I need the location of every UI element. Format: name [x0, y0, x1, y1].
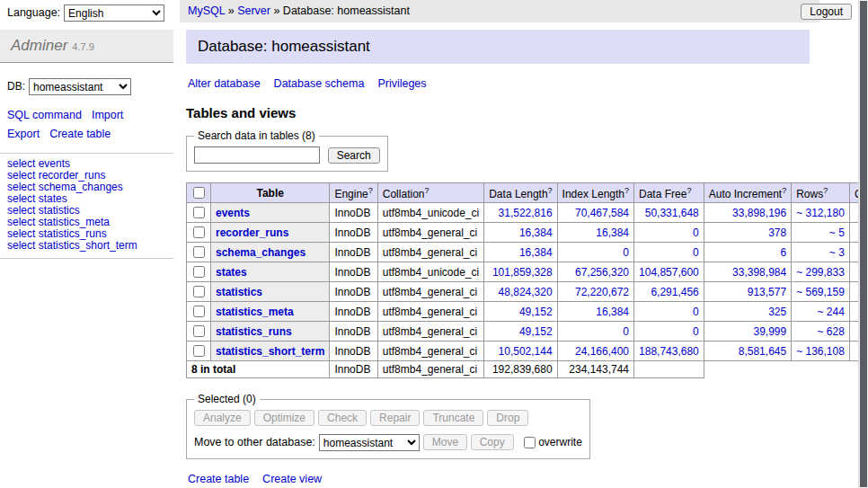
data-free-cell: 0 [634, 322, 704, 342]
row-checkbox[interactable] [193, 207, 205, 218]
sidebar-action-link[interactable]: Import [92, 109, 123, 121]
language-select[interactable]: English [64, 4, 164, 22]
auto-increment-link[interactable]: 33,398,984 [732, 266, 786, 279]
data-length-link[interactable]: 49,152 [519, 306, 553, 318]
data-free-link[interactable]: 0 [693, 325, 699, 338]
language-control: Language:English [7, 4, 164, 22]
index-length-link[interactable]: 16,384 [596, 306, 629, 318]
index-length-link[interactable]: 67,256,320 [575, 266, 629, 279]
truncate-button[interactable]: Truncate [423, 410, 483, 426]
row-checkbox[interactable] [193, 266, 205, 278]
tables-heading: Tables and views [186, 105, 810, 120]
breadcrumb-link[interactable]: Server [237, 4, 270, 17]
rows-count-link[interactable]: ~ 3 [829, 246, 845, 259]
data-free-link[interactable]: 6,291,456 [651, 286, 698, 298]
copy-button[interactable]: Copy [471, 434, 514, 450]
data-length-link[interactable]: 48,824,320 [499, 286, 553, 298]
index-length-cell: 16,384 [557, 223, 633, 243]
row-checkbox[interactable] [193, 226, 205, 238]
help-superscript[interactable]: ? [548, 186, 553, 195]
help-superscript[interactable]: ? [782, 186, 786, 195]
index-length-link[interactable]: 24,166,400 [575, 345, 629, 358]
table-name-link[interactable]: states [216, 266, 247, 279]
table-name-link[interactable]: statistics [216, 286, 262, 298]
data-free-link[interactable]: 104,857,600 [639, 266, 699, 279]
auto-increment-link[interactable]: 913,577 [748, 286, 786, 298]
help-superscript[interactable]: ? [823, 186, 828, 195]
row-checkbox[interactable] [193, 246, 205, 258]
vertical-scrollbar[interactable] [858, 0, 868, 488]
row-checkbox[interactable] [193, 345, 205, 357]
db-select[interactable]: homeassistant [29, 78, 131, 95]
rows-count-link[interactable]: ~ 312,180 [796, 207, 845, 219]
rows-count-cell: ~ 244 [792, 302, 850, 322]
optimize-button[interactable]: Optimize [254, 410, 314, 426]
app-name[interactable]: Adminer [11, 37, 67, 54]
index-length-link[interactable]: 0 [623, 325, 629, 338]
data-length-link[interactable]: 31,522,816 [499, 207, 553, 219]
create-link[interactable]: Create view [262, 473, 322, 485]
help-superscript[interactable]: ? [368, 186, 373, 195]
help-superscript[interactable]: ? [424, 186, 429, 195]
search-input[interactable] [194, 146, 320, 164]
auto-increment-link[interactable]: 378 [768, 226, 786, 239]
table-name-link[interactable]: statistics_runs [216, 325, 292, 338]
index-length-link[interactable]: 0 [623, 246, 629, 259]
table-name-link[interactable]: events [216, 207, 250, 219]
data-free-link[interactable]: 50,331,648 [645, 207, 699, 219]
row-checkbox[interactable] [193, 306, 205, 317]
move-db-select[interactable]: homeassistant [319, 434, 420, 451]
rows-count-link[interactable]: ~ 5 [829, 226, 845, 239]
sidebar-table-link[interactable]: select statistics_short_term [7, 240, 166, 252]
rows-count-link[interactable]: ~ 628 [818, 325, 845, 338]
auto-increment-link[interactable]: 325 [768, 306, 786, 318]
index-length-link[interactable]: 72,220,672 [575, 286, 629, 298]
data-length-link[interactable]: 49,152 [519, 325, 553, 338]
rows-count-link[interactable]: ~ 136,108 [796, 345, 845, 358]
row-checkbox[interactable] [193, 286, 205, 297]
search-button[interactable]: Search [328, 147, 380, 164]
table-name-link[interactable]: statistics_meta [216, 306, 294, 318]
collation-cell: utf8mb4_unicode_ci [377, 262, 483, 282]
sidebar-action-link[interactable]: SQL command [7, 109, 82, 121]
data-free-link[interactable]: 0 [693, 226, 699, 239]
auto-increment-link[interactable]: 8,581,645 [739, 345, 786, 358]
rows-count-link[interactable]: ~ 244 [818, 306, 845, 318]
auto-increment-link[interactable]: 39,999 [753, 325, 786, 338]
db-action-link[interactable]: Database schema [274, 77, 365, 90]
table-name-link[interactable]: schema_changes [216, 246, 306, 259]
index-length-link[interactable]: 16,384 [596, 226, 629, 239]
analyze-button[interactable]: Analyze [194, 410, 251, 426]
repair-button[interactable]: Repair [370, 410, 420, 426]
data-length-link[interactable]: 16,384 [519, 226, 553, 239]
overwrite-checkbox[interactable] [524, 437, 536, 448]
data-free-link[interactable]: 188,743,680 [639, 345, 699, 358]
table-name-link[interactable]: recorder_runs [216, 226, 288, 239]
logout-button[interactable]: Logout [801, 4, 852, 20]
sidebar-action-link[interactable]: Export [7, 128, 40, 140]
help-superscript[interactable]: ? [624, 186, 629, 195]
row-checkbox[interactable] [193, 325, 205, 337]
check-button[interactable]: Check [318, 410, 367, 426]
rows-count-link[interactable]: ~ 569,159 [796, 286, 845, 298]
table-name-link[interactable]: statistics_short_term [216, 345, 324, 358]
data-length-link[interactable]: 16,384 [519, 246, 553, 259]
data-free-link[interactable]: 0 [693, 246, 699, 259]
sidebar-action-link[interactable]: Create table [49, 128, 111, 140]
data-length-link[interactable]: 101,859,328 [492, 266, 553, 279]
select-all-checkbox[interactable] [193, 187, 205, 199]
data-length-link[interactable]: 10,502,144 [499, 345, 553, 358]
help-superscript[interactable]: ? [686, 186, 691, 195]
move-button[interactable]: Move [423, 434, 467, 450]
create-link[interactable]: Create table [188, 473, 249, 485]
drop-button[interactable]: Drop [487, 410, 528, 426]
scrollbar-thumb[interactable] [860, 1, 867, 487]
breadcrumb-link[interactable]: MySQL [188, 4, 225, 17]
auto-increment-link[interactable]: 6 [780, 246, 786, 259]
index-length-link[interactable]: 70,467,584 [575, 207, 629, 219]
auto-increment-link[interactable]: 33,898,196 [732, 207, 786, 219]
data-free-link[interactable]: 0 [693, 306, 699, 318]
db-action-link[interactable]: Alter database [188, 77, 261, 90]
rows-count-link[interactable]: ~ 299,833 [796, 266, 845, 279]
db-action-link[interactable]: Privileges [377, 77, 426, 90]
